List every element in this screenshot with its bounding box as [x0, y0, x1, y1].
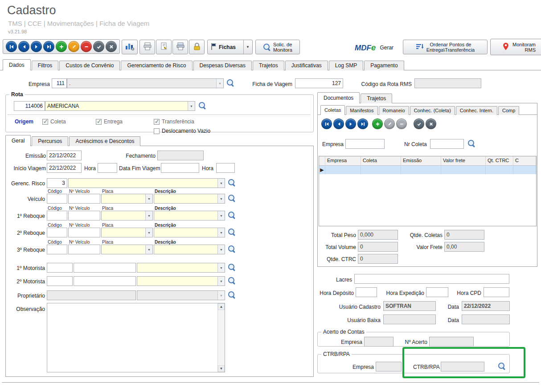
grid-col-emissao[interactable]: Emissão [401, 156, 441, 166]
cancel-button[interactable] [106, 41, 117, 52]
rota-code-field[interactable]: 114006 [14, 101, 45, 111]
reboque2-placa-combo[interactable]: ▼ [101, 228, 153, 237]
confirm-button[interactable] [93, 41, 104, 52]
report-print-button[interactable] [139, 40, 155, 54]
veiculo-numero-field[interactable] [68, 194, 100, 204]
chevron-down-icon[interactable]: ▼ [145, 194, 152, 203]
coletas-add-button[interactable] [372, 118, 383, 129]
grid-selected-row[interactable]: ▶ [319, 166, 536, 174]
empresa-code-field[interactable]: 111 [52, 78, 67, 88]
tab-log-smp[interactable]: Log SMP [329, 61, 363, 70]
grid-col-empresa[interactable]: Empresa [325, 156, 361, 166]
grid-col-qt-ctrc[interactable]: Qt. CTRC [486, 156, 513, 166]
last-record-button[interactable] [43, 41, 54, 52]
tab-conhec-intern[interactable]: Conhec. Intern. [456, 106, 497, 115]
tab-percursos[interactable]: Percursos [32, 136, 68, 146]
motorista2-combo[interactable]: ▼ [137, 276, 225, 286]
nr-coleta-search-icon[interactable] [467, 139, 476, 148]
tab-comp[interactable]: Comp [498, 106, 519, 115]
chart-config-button[interactable] [122, 40, 138, 54]
motorista1-documento-field[interactable] [74, 263, 136, 273]
veiculo-search-icon[interactable] [228, 194, 237, 203]
edit-button[interactable] [68, 41, 79, 52]
hora-expedicao-field[interactable] [426, 287, 448, 297]
coletas-first-button[interactable] [321, 118, 332, 129]
hora-deposito-field[interactable] [356, 287, 377, 297]
reboque1-search-icon[interactable] [228, 211, 237, 220]
tab-filtros[interactable]: Filtros [32, 61, 59, 70]
reboque1-codigo-field[interactable] [47, 211, 67, 220]
ficha-viagem-field[interactable]: 127 [295, 78, 343, 88]
reboque3-search-icon[interactable] [228, 245, 237, 254]
hora-fim-field[interactable] [216, 163, 235, 173]
chevron-down-icon[interactable]: ▼ [217, 211, 225, 220]
mdfe-gerar-button[interactable]: MDFe Gerar [355, 40, 393, 55]
gerenc-risco-combo[interactable]: ▼ [68, 178, 225, 188]
tab-custos-convenio[interactable]: Custos de Convênio [59, 61, 120, 70]
coletas-confirm-button[interactable] [414, 118, 424, 129]
inicio-viagem-field[interactable]: 22/12/2022 [47, 163, 82, 173]
chevron-down-icon[interactable]: ▼ [145, 228, 152, 237]
chevron-down-icon[interactable]: ▼ [217, 228, 225, 237]
empresa-search-icon[interactable] [226, 79, 235, 88]
emissao-field[interactable]: 22/12/2022 [47, 151, 82, 160]
veiculo-placa-combo[interactable]: ▼ [101, 194, 153, 204]
motorista1-search-icon[interactable] [228, 263, 237, 272]
reboque1-descricao-combo[interactable]: ▼ [154, 211, 225, 220]
coletas-cancel-button[interactable] [426, 118, 436, 129]
gerenc-risco-code-field[interactable]: 3 [47, 178, 67, 188]
motorista2-documento-field[interactable] [74, 276, 136, 286]
rota-search-icon[interactable] [198, 102, 207, 110]
delete-button[interactable] [81, 41, 92, 52]
reboque1-numero-field[interactable] [68, 211, 100, 220]
tab-dados[interactable]: Dados [3, 59, 31, 70]
nr-coleta-field[interactable] [430, 139, 464, 149]
reboque2-search-icon[interactable] [228, 228, 237, 237]
chevron-down-icon[interactable]: ▼ [217, 263, 225, 272]
tab-romaneio[interactable]: Romaneio [379, 106, 409, 115]
tab-coletas[interactable]: Coletas [320, 105, 345, 115]
reboque2-descricao-combo[interactable]: ▼ [154, 228, 225, 237]
ctrb-rpa-search-icon[interactable] [498, 362, 507, 371]
tab-justificativas[interactable]: Justificativas [285, 61, 328, 70]
fichas-dropdown-button[interactable]: Fichas ▼ [207, 40, 253, 54]
grid-col-valor-frete[interactable]: Valor frete [441, 156, 486, 166]
grid-col-coleta[interactable]: Coleta [361, 156, 401, 166]
reboque3-codigo-field[interactable] [47, 245, 67, 254]
chevron-down-icon[interactable]: ▼ [217, 245, 225, 254]
next-record-button[interactable] [31, 41, 42, 52]
tab-pagamento[interactable]: Pagamento [364, 61, 404, 70]
tab-documentos[interactable]: Documentos [317, 92, 360, 103]
tab-conhec-coleta[interactable]: Conhec. (Coleta) [410, 106, 455, 115]
coletas-empresa-field[interactable] [345, 139, 385, 149]
veiculo-codigo-field[interactable] [47, 194, 67, 204]
chevron-down-icon[interactable]: ▼ [217, 179, 225, 188]
chevron-down-icon[interactable]: ▼ [145, 211, 152, 220]
tab-trajetos[interactable]: Trajetos [253, 61, 284, 70]
tab-acrescimos-descontos[interactable]: Acréscimos e Descontos [69, 136, 140, 146]
add-button[interactable] [56, 41, 67, 52]
grid-col-c[interactable]: C [513, 156, 536, 166]
chevron-down-icon[interactable]: ▼ [188, 102, 195, 110]
gerenc-risco-search-icon[interactable] [228, 179, 237, 188]
motorista1-combo[interactable]: ▼ [137, 263, 225, 273]
print-button[interactable] [172, 40, 188, 54]
reboque1-placa-combo[interactable]: ▼ [101, 211, 153, 220]
tab-geral[interactable]: Geral [5, 135, 31, 146]
proprietario-search-icon[interactable] [228, 291, 237, 300]
reboque2-numero-field[interactable] [68, 228, 100, 237]
coletas-last-button[interactable] [357, 118, 368, 129]
tab-manifestos[interactable]: Manifestos [346, 106, 377, 115]
observacao-scrollbar[interactable]: ▲ ▼ [217, 303, 225, 372]
tab-despesas-diversas[interactable]: Despesas Diversas [193, 61, 252, 70]
prev-record-button[interactable] [18, 41, 29, 52]
scroll-up-icon[interactable]: ▲ [218, 303, 225, 310]
data-fim-field[interactable] [161, 163, 199, 173]
deslocamento-vazio-checkbox[interactable]: Deslocamento Vazio [154, 127, 210, 135]
chevron-down-icon[interactable]: ▼ [217, 194, 225, 203]
chevron-down-icon[interactable]: ▼ [243, 40, 250, 54]
lacres-field[interactable] [354, 274, 509, 284]
ordenar-pontos-button[interactable]: Ordenar Pontos deEntrega\Transferência [403, 40, 488, 54]
reboque2-codigo-field[interactable] [47, 228, 67, 237]
monitoram-rms-button[interactable]: MonitoramRMS [490, 39, 541, 55]
